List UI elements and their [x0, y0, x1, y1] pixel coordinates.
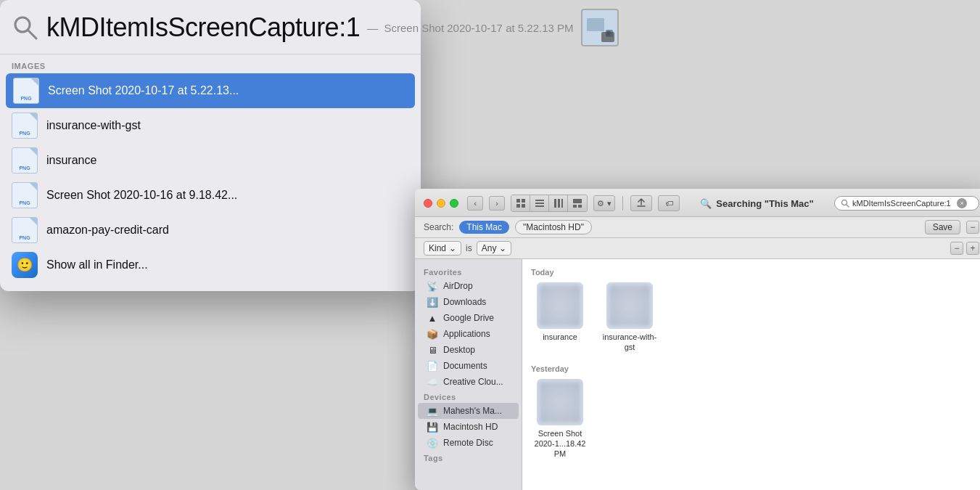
sidebar-item-macintosh-hd[interactable]: 💾 Macintosh HD [418, 419, 519, 435]
svg-rect-13 [554, 199, 556, 208]
creative-cloud-icon: ☁️ [427, 376, 438, 388]
images-section-label: IMAGES [0, 54, 421, 73]
applications-icon: 📦 [427, 328, 438, 340]
list-view-button[interactable] [530, 195, 549, 211]
macintosh-hd-pill[interactable]: "Macintosh HD" [515, 220, 592, 234]
icon-view-button[interactable] [511, 195, 530, 211]
action-button[interactable]: ⚙ ▾ [593, 195, 615, 211]
desktop-icon: 🖥 [427, 344, 438, 356]
svg-rect-18 [578, 205, 582, 208]
result-item[interactable]: PNG Screen Shot 2020-10-16 at 9.18.42... [0, 178, 421, 213]
file-name: insurance [543, 332, 577, 342]
view-mode-buttons [511, 195, 588, 212]
svg-rect-16 [573, 199, 582, 203]
preview-thumbnail [581, 9, 619, 46]
result-item[interactable]: PNG amazon-pay-credit-card [0, 213, 421, 248]
show-all-in-finder-item[interactable]: 🙂 Show all in Finder... [0, 248, 421, 282]
back-button[interactable]: ‹ [467, 196, 483, 211]
file-name: Screen Shot2020-1...18.42 PM [531, 428, 589, 460]
result-label: Screen Shot 2020-10-16 at 9.18.42... [46, 189, 237, 202]
svg-rect-17 [573, 205, 577, 208]
forward-button[interactable]: › [489, 196, 505, 211]
finder-titlebar: ‹ › ⚙ ▾ 🏷 🔍 Searching "This Mac" [415, 189, 980, 217]
save-search-button[interactable]: Save [925, 220, 960, 234]
google-drive-icon: ▲ [427, 312, 438, 324]
finder-content: Today insurance insurance-with-gst Yeste… [522, 259, 980, 490]
downloads-icon: ⬇️ [427, 296, 438, 308]
svg-rect-3 [587, 18, 604, 31]
sidebar-item-desktop[interactable]: 🖥 Desktop [418, 342, 519, 358]
svg-rect-12 [535, 205, 544, 207]
svg-rect-10 [535, 200, 544, 201]
tags-label: Tags [415, 451, 522, 464]
file-thumbnail [537, 379, 583, 425]
filter-add-button[interactable]: + [966, 242, 979, 255]
today-items-grid: insurance insurance-with-gst [531, 282, 979, 353]
sidebar-item-remote-disc[interactable]: 💿 Remote Disc [418, 435, 519, 451]
finder-body: Favorites 📡 AirDrop ⬇️ Downloads ▲ Googl… [415, 259, 980, 490]
finder-search-bar[interactable]: × [834, 196, 979, 211]
mahesh-mac-icon: 💻 [427, 405, 438, 417]
close-button[interactable] [424, 199, 432, 208]
svg-rect-6 [516, 199, 520, 203]
result-item[interactable]: PNG insurance [0, 143, 421, 178]
kind-dropdown[interactable]: Kind ⌄ [424, 241, 461, 256]
tag-button[interactable]: 🏷 [658, 195, 680, 211]
toolbar-divider [622, 196, 623, 211]
filter-remove-button[interactable]: − [950, 242, 963, 255]
favorites-label: Favorites [415, 265, 522, 278]
result-item[interactable]: PNG insurance-with-gst [0, 108, 421, 143]
file-icon: PNG [12, 147, 38, 173]
airdrop-icon: 📡 [427, 280, 438, 292]
finder-icon: 🙂 [12, 252, 38, 278]
yesterday-label: Yesterday [531, 362, 979, 379]
traffic-lights [424, 199, 458, 208]
file-icon: PNG [12, 217, 38, 243]
sidebar-item-airdrop[interactable]: 📡 AirDrop [418, 278, 519, 294]
sidebar-item-creative-cloud[interactable]: ☁️ Creative Clou... [418, 374, 519, 390]
svg-point-5 [606, 30, 612, 36]
result-label: amazon-pay-credit-card [46, 224, 169, 237]
svg-rect-11 [535, 203, 544, 204]
minimize-button[interactable] [437, 199, 445, 208]
finder-window: ‹ › ⚙ ▾ 🏷 🔍 Searching "This Mac" [415, 189, 980, 490]
search-icon [12, 14, 39, 41]
file-item-insurance-with-gst[interactable]: insurance-with-gst [601, 282, 659, 353]
search-label: Search: [424, 222, 453, 232]
today-label: Today [531, 265, 979, 282]
spotlight-panel: kMDItemIsScreenCapture:1 — Screen Shot 2… [0, 0, 421, 291]
svg-point-19 [842, 200, 847, 205]
search-bar-icon [841, 199, 849, 208]
file-thumbnail [537, 282, 583, 329]
share-button[interactable] [630, 195, 652, 211]
any-dropdown[interactable]: Any ⌄ [477, 241, 512, 256]
search-clear-button[interactable]: × [957, 198, 967, 208]
yesterday-items-grid: Screen Shot2020-1...18.42 PM [531, 379, 979, 460]
svg-rect-7 [522, 199, 525, 203]
search-input[interactable] [852, 199, 954, 208]
search-options-row: Search: This Mac "Macintosh HD" Save − [415, 217, 980, 238]
sidebar-item-downloads[interactable]: ⬇️ Downloads [418, 294, 519, 310]
filter-controls: − + [950, 242, 979, 255]
column-view-button[interactable] [549, 195, 568, 211]
this-mac-pill[interactable]: This Mac [459, 221, 509, 234]
sidebar-item-google-drive[interactable]: ▲ Google Drive [418, 310, 519, 326]
sidebar-item-mahesh-mac[interactable]: 💻 Mahesh's Ma... [418, 403, 519, 419]
maximize-button[interactable] [450, 199, 458, 208]
finder-title: 🔍 Searching "This Mac" [700, 198, 813, 209]
file-item-screenshot-oct16[interactable]: Screen Shot2020-1...18.42 PM [531, 379, 589, 460]
cover-flow-button[interactable] [568, 195, 587, 211]
file-name: insurance-with-gst [603, 332, 657, 353]
sidebar-item-documents[interactable]: 📄 Documents [418, 358, 519, 374]
svg-line-20 [847, 205, 849, 207]
svg-rect-14 [558, 199, 560, 208]
result-item[interactable]: PNG Screen Shot 2020-10-17 at 5.22.13... [6, 73, 415, 108]
svg-rect-9 [522, 204, 525, 208]
file-item-insurance[interactable]: insurance [531, 282, 589, 353]
remote-disc-icon: 💿 [427, 437, 438, 449]
filter-is-label: is [466, 243, 472, 253]
documents-icon: 📄 [427, 360, 438, 372]
sidebar-item-applications[interactable]: 📦 Applications [418, 326, 519, 342]
remove-search-button[interactable]: − [966, 221, 979, 234]
show-all-label: Show all in Finder... [46, 258, 148, 271]
